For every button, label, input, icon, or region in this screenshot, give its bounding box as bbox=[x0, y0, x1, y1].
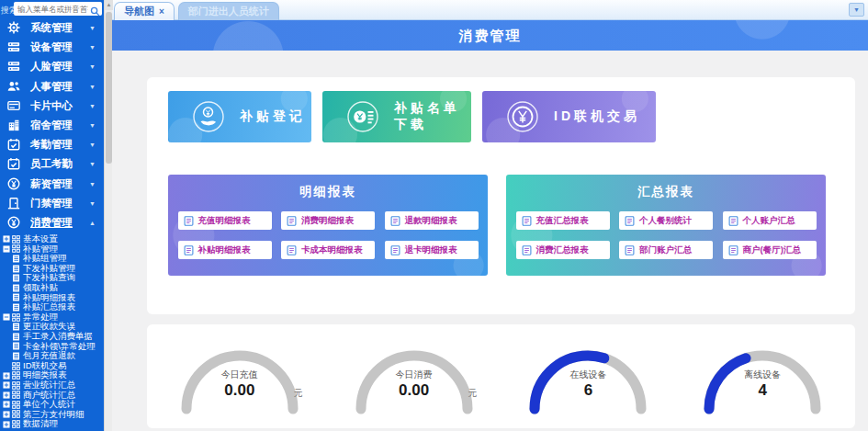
expander-plus-icon[interactable] bbox=[3, 391, 10, 399]
gauge-label: 离线设备 bbox=[681, 369, 844, 381]
grid-icon bbox=[12, 401, 20, 409]
report-button[interactable]: 退款明细报表 bbox=[385, 211, 479, 230]
tree-item[interactable]: 营业统计汇总 bbox=[0, 380, 104, 391]
chevron-down-icon[interactable]: ▼ bbox=[89, 38, 96, 57]
tab-overflow-button[interactable]: ▼ bbox=[849, 3, 864, 17]
gauges-row: 今日充值0.00元今日消费0.00元在线设备6离线设备4 bbox=[147, 324, 855, 422]
sidebar-item-3[interactable]: 人脸管理▼ bbox=[0, 57, 104, 76]
tree-item[interactable]: 手工录入消费单据 bbox=[0, 332, 104, 342]
chevron-down-icon[interactable]: ▼ bbox=[89, 96, 96, 116]
chevron-down-icon[interactable]: ▼ bbox=[89, 135, 96, 154]
yen-coin-icon bbox=[7, 216, 20, 229]
gauge-unit: 元 bbox=[468, 387, 478, 400]
chevron-down-icon[interactable]: ▼ bbox=[89, 154, 96, 174]
chevron-down-icon[interactable]: ▼ bbox=[89, 18, 96, 38]
sidebar-item-1[interactable]: 系统管理▼ bbox=[0, 18, 104, 38]
doc-icon bbox=[12, 293, 20, 301]
panel-title: 汇总报表 bbox=[506, 184, 826, 200]
search-icon[interactable] bbox=[90, 4, 100, 14]
chevron-down-icon[interactable]: ▼ bbox=[89, 77, 96, 96]
tree-item[interactable]: 领取补贴 bbox=[0, 283, 104, 293]
grid-icon bbox=[12, 391, 20, 399]
report-button[interactable]: 消费汇总报表 bbox=[516, 241, 610, 259]
sidebar-item-7[interactable]: 考勤管理▼ bbox=[0, 135, 104, 154]
close-icon[interactable]: × bbox=[159, 6, 164, 17]
doc-icon bbox=[12, 352, 20, 360]
action-button-1[interactable]: 补贴登记 bbox=[168, 91, 311, 142]
page-title-bar: 消费管理 bbox=[112, 20, 868, 51]
sidebar-item-2[interactable]: 设备管理▼ bbox=[0, 38, 104, 57]
report-button[interactable]: 个人餐别统计 bbox=[619, 211, 713, 230]
report-button[interactable]: 充值明细报表 bbox=[178, 211, 272, 230]
gauge-value: 4 bbox=[681, 381, 844, 400]
tab-label: 导航图 bbox=[124, 5, 154, 18]
tree-item[interactable]: 数据清理 bbox=[0, 419, 104, 429]
doc-icon bbox=[12, 342, 20, 350]
action-button-3[interactable]: ID联机交易 bbox=[482, 91, 656, 142]
tab-label: 部门进出人员统计 bbox=[188, 5, 269, 18]
tree-item-label: 领取补贴 bbox=[23, 283, 58, 293]
tab-1[interactable]: 导航图× bbox=[114, 2, 175, 20]
sidebar-item-6[interactable]: 宿舍管理▼ bbox=[0, 116, 104, 135]
report-doc-icon bbox=[625, 245, 635, 255]
expander-plus-icon[interactable] bbox=[3, 235, 10, 243]
doc-icon bbox=[12, 265, 20, 273]
expander-plus-icon[interactable] bbox=[3, 411, 10, 418]
report-doc-icon bbox=[184, 245, 194, 255]
tab-2[interactable]: 部门进出人员统计 bbox=[178, 2, 279, 20]
sidebar-item-10[interactable]: 门禁管理▼ bbox=[0, 194, 104, 213]
sidebar-item-label: 门禁管理 bbox=[30, 198, 73, 209]
sidebar-item-11[interactable]: 消费管理▲ bbox=[0, 213, 104, 233]
sidebar-scrollbar[interactable]: ▲ bbox=[104, 0, 112, 431]
report-button-label: 个人账户汇总 bbox=[743, 215, 795, 227]
report-button[interactable]: 退卡明细报表 bbox=[385, 241, 479, 259]
yen-circle-icon bbox=[506, 100, 539, 133]
action-button-2[interactable]: 补贴名单下载 bbox=[322, 91, 471, 142]
action-button-label: 补贴名单下载 bbox=[394, 100, 471, 133]
chevron-down-icon[interactable]: ▼ bbox=[89, 175, 96, 194]
gauges-card: 今日充值0.00元今日消费0.00元在线设备6离线设备4 bbox=[147, 324, 855, 428]
report-button[interactable]: 卡成本明细报表 bbox=[281, 241, 375, 259]
panel-button-row: 补贴明细报表卡成本明细报表退卡明细报表 bbox=[168, 241, 488, 259]
report-button[interactable]: 部门账户汇总 bbox=[619, 241, 713, 259]
scroll-up-icon[interactable]: ▲ bbox=[105, 0, 113, 10]
report-button-label: 消费明细报表 bbox=[301, 215, 354, 227]
sidebar-item-5[interactable]: 卡片中心▼ bbox=[0, 96, 104, 116]
scrollbar-thumb[interactable] bbox=[106, 12, 112, 164]
expander-plus-icon[interactable] bbox=[3, 401, 10, 408]
doc-icon bbox=[12, 323, 20, 331]
sidebar: 搜索 系统管理▼设备管理▼人脸管理▼人事管理▼卡片中心▼宿舍管理▼考勤管理▼员工… bbox=[0, 0, 104, 431]
hand-coin-icon bbox=[192, 100, 225, 133]
report-panel-2: 汇总报表充值汇总报表个人餐别统计个人账户汇总消费汇总报表部门账户汇总商户(餐厅)… bbox=[506, 175, 826, 276]
report-doc-icon bbox=[390, 216, 400, 226]
chevron-down-icon[interactable]: ▼ bbox=[89, 116, 96, 135]
search-input[interactable] bbox=[16, 4, 90, 15]
sidebar-item-4[interactable]: 人事管理▼ bbox=[0, 77, 104, 96]
tree-item[interactable]: 基本设置 bbox=[0, 234, 104, 244]
expander-plus-icon[interactable] bbox=[3, 381, 10, 389]
report-button[interactable]: 充值汇总报表 bbox=[516, 211, 610, 230]
gauge-1: 今日充值0.00元 bbox=[158, 334, 321, 422]
chevron-up-icon[interactable]: ▲ bbox=[89, 213, 96, 233]
report-doc-icon bbox=[625, 216, 635, 226]
chevron-down-icon[interactable]: ▼ bbox=[89, 194, 96, 213]
report-button[interactable]: 消费明细报表 bbox=[281, 211, 375, 230]
doc-icon bbox=[12, 303, 20, 312]
sidebar-item-label: 人事管理 bbox=[30, 81, 73, 92]
action-button-label: ID联机交易 bbox=[554, 108, 640, 125]
expander-minus-icon[interactable] bbox=[3, 245, 10, 253]
report-button[interactable]: 商户(餐厅)汇总 bbox=[723, 241, 817, 259]
report-doc-icon bbox=[728, 216, 738, 226]
tree-item-label: 数据清理 bbox=[23, 419, 58, 429]
report-button[interactable]: 个人账户汇总 bbox=[723, 211, 817, 230]
report-button-label: 充值汇总报表 bbox=[536, 215, 589, 227]
expander-plus-icon[interactable] bbox=[3, 372, 10, 380]
expander-plus-icon[interactable] bbox=[3, 421, 10, 428]
chevron-down-icon[interactable]: ▼ bbox=[89, 57, 96, 76]
report-button-label: 卡成本明细报表 bbox=[301, 244, 363, 256]
sidebar-item-9[interactable]: 薪资管理▼ bbox=[0, 175, 104, 194]
sidebar-item-label: 薪资管理 bbox=[30, 178, 73, 189]
report-button[interactable]: 补贴明细报表 bbox=[178, 241, 272, 259]
sidebar-item-8[interactable]: 员工考勤▼ bbox=[0, 154, 104, 174]
expander-minus-icon[interactable] bbox=[3, 313, 10, 321]
